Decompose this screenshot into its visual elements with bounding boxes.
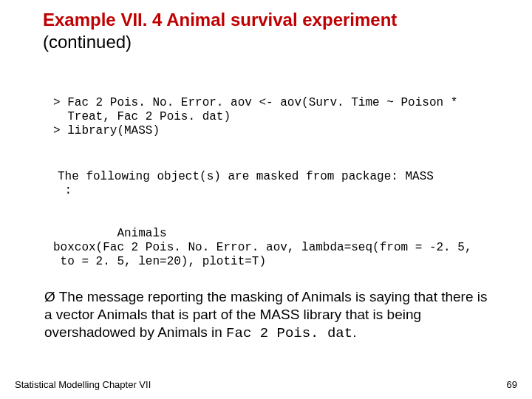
bullet-marker: Ø (44, 289, 55, 304)
footer-left: Statistical Modelling Chapter VII (15, 379, 151, 390)
title-continued: (continued) (43, 32, 132, 52)
bullet-text-b: . (352, 324, 356, 340)
slide-title: Example VII. 4 Animal survival experimen… (43, 9, 494, 53)
code-block-2: Animals boxcox(Fac 2 Pois. No. Error. ao… (53, 227, 511, 270)
code-block-1: > Fac 2 Pois. No. Error. aov <- aov(Surv… (53, 96, 497, 139)
bullet-mono: Fac 2 Pois. dat (226, 325, 352, 341)
footer-page-number: 69 (507, 379, 517, 390)
mask-message: The following object(s) are masked from … (58, 170, 501, 198)
title-main: Example VII. 4 Animal survival experimen… (43, 10, 397, 30)
slide: Example VII. 4 Animal survival experimen… (0, 0, 532, 399)
bullet-item: Ø The message reporting the masking of A… (44, 288, 495, 342)
